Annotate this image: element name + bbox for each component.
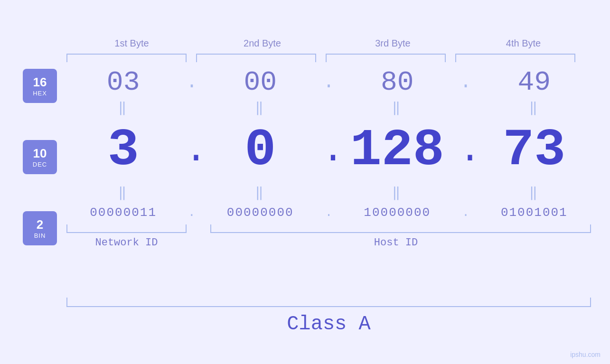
header-row: 1st Byte 2nd Byte 3rd Byte 4th Byte — [66, 38, 589, 54]
class-label: Class A — [66, 313, 591, 336]
bin-val-4: 01001001 — [482, 205, 586, 220]
dec-dot-1: . — [185, 131, 199, 169]
bin-label: BIN — [34, 232, 46, 239]
hex-badge: 16 HEX — [23, 69, 57, 103]
bracket-top-1 — [66, 54, 187, 62]
eq2-3: ‖ — [345, 185, 450, 201]
eq-2: ‖ — [208, 100, 312, 116]
hex-dot-3: . — [459, 72, 473, 93]
bin-row: 00000011 . 00000000 . 10000000 . 0100100… — [66, 205, 591, 220]
watermark: ipshu.com — [570, 351, 601, 358]
bin-val-2: 00000000 — [208, 205, 312, 220]
base-badges: 16 HEX 10 DEC 2 BIN — [23, 69, 57, 245]
bin-dot-1: . — [185, 205, 199, 220]
content-area: 1st Byte 2nd Byte 3rd Byte 4th Byte 03 .… — [66, 38, 591, 249]
host-id-label: Host ID — [201, 237, 591, 249]
hex-row: 03 . 00 . 80 . 49 — [66, 67, 591, 98]
big-bracket-area: Class A — [66, 298, 591, 336]
bottom-brackets — [66, 224, 591, 233]
dec-badge: 10 DEC — [23, 140, 57, 174]
dec-dot-2: . — [321, 131, 336, 169]
eq2-1: ‖ — [71, 185, 176, 201]
network-bracket — [66, 224, 187, 233]
bin-badge: 2 BIN — [23, 211, 57, 245]
hex-val-3: 80 — [345, 67, 450, 98]
dec-val-3: 128 — [345, 121, 450, 180]
byte-header-2: 2nd Byte — [210, 38, 315, 49]
host-bracket — [210, 224, 591, 233]
byte-header-1: 1st Byte — [80, 38, 184, 49]
bin-val-3: 10000000 — [345, 205, 450, 220]
dec-val-4: 73 — [482, 121, 586, 180]
equal-row-1: ‖ ‖ ‖ ‖ — [66, 100, 591, 116]
dec-val-1: 3 — [71, 121, 176, 180]
byte-header-4: 4th Byte — [471, 38, 576, 49]
hex-num: 16 — [33, 75, 47, 90]
eq-3: ‖ — [345, 100, 450, 116]
eq-1: ‖ — [71, 100, 176, 116]
byte-header-3: 3rd Byte — [341, 38, 445, 49]
eq-4: ‖ — [482, 100, 586, 116]
bracket-top-3 — [326, 54, 446, 62]
dec-val-2: 0 — [208, 121, 312, 180]
bin-num: 2 — [37, 217, 43, 232]
equal-row-2: ‖ ‖ ‖ ‖ — [66, 185, 591, 201]
bin-dot-2: . — [321, 205, 336, 220]
big-bottom-bracket — [66, 298, 591, 307]
bracket-top-2 — [196, 54, 316, 62]
top-brackets — [66, 54, 591, 62]
hex-val-2: 00 — [208, 67, 312, 98]
hex-dot-2: . — [321, 72, 336, 93]
bracket-top-4 — [455, 54, 575, 62]
dec-dot-3: . — [459, 131, 473, 169]
dec-num: 10 — [33, 146, 47, 161]
hex-label: HEX — [33, 90, 47, 97]
network-id-label: Network ID — [66, 237, 187, 249]
hex-dot-1: . — [185, 72, 199, 93]
hex-val-1: 03 — [71, 67, 176, 98]
dec-row: 3 . 0 . 128 . 73 — [66, 121, 591, 180]
bin-dot-3: . — [459, 205, 473, 220]
eq2-2: ‖ — [208, 185, 312, 201]
hex-val-4: 49 — [482, 67, 586, 98]
bin-val-1: 00000011 — [71, 205, 176, 220]
dec-label: DEC — [33, 161, 47, 168]
eq2-4: ‖ — [482, 185, 586, 201]
bracket-labels: Network ID Host ID — [66, 237, 591, 249]
